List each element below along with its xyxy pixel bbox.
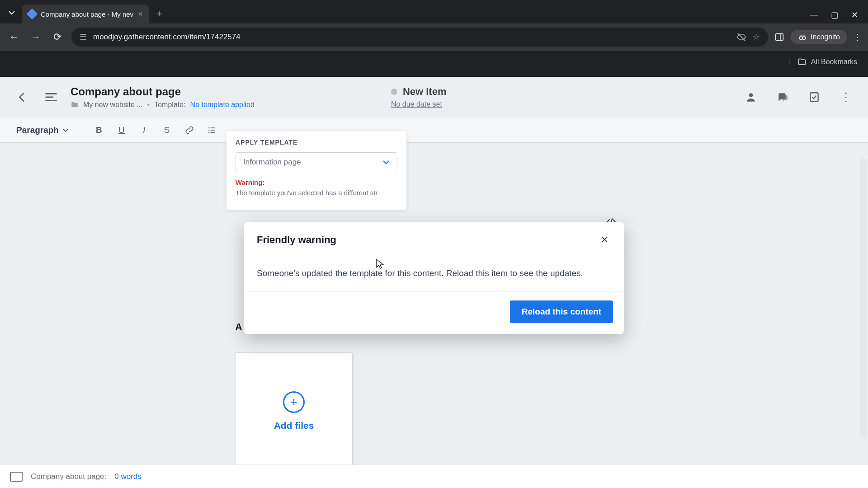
footer-bar: Company about page: 0 words: [0, 465, 868, 488]
chevron-down-icon: [8, 9, 15, 16]
separator: |: [788, 58, 793, 66]
keyboard-icon[interactable]: [10, 472, 23, 482]
app-content: Company about page My new website ... • …: [0, 77, 868, 488]
browser-chrome: Company about page - My nev × + — ▢ ✕ ← …: [0, 0, 868, 77]
close-tab-icon[interactable]: ×: [138, 9, 143, 19]
minimize-icon[interactable]: —: [810, 10, 818, 20]
search-tabs-button[interactable]: [4, 5, 20, 21]
friendly-warning-modal: Friendly warning ✕ Someone's updated the…: [244, 222, 624, 334]
tab-title: Company about page - My nev: [41, 10, 133, 18]
modal-close-button[interactable]: ✕: [598, 233, 611, 247]
maximize-icon[interactable]: ▢: [831, 10, 839, 20]
incognito-icon: [798, 33, 807, 42]
incognito-label: Incognito: [811, 33, 840, 41]
url-text: moodjoy.gathercontent.com/item/17422574: [93, 33, 730, 42]
modal-footer: Reload this content: [244, 291, 624, 334]
word-count: 0 words: [114, 472, 142, 481]
close-window-icon[interactable]: ✕: [851, 10, 858, 20]
site-settings-icon[interactable]: ☰: [80, 32, 87, 42]
address-bar[interactable]: ☰ moodjoy.gathercontent.com/item/1742257…: [71, 28, 768, 47]
svg-point-2: [799, 37, 802, 40]
tab-strip: Company about page - My nev × + — ▢ ✕: [0, 0, 868, 23]
favicon-icon: [26, 8, 38, 19]
new-tab-button[interactable]: +: [149, 5, 170, 23]
star-icon[interactable]: ☆: [753, 32, 760, 42]
forward-button[interactable]: →: [28, 29, 43, 45]
scrollbar[interactable]: [860, 158, 867, 438]
back-button[interactable]: ←: [6, 29, 22, 45]
modal-title: Friendly warning: [257, 234, 336, 246]
incognito-chip[interactable]: Incognito: [791, 30, 847, 44]
eye-off-icon[interactable]: [736, 32, 746, 42]
side-panel-icon[interactable]: [774, 32, 784, 42]
address-bar-row: ← → ⟳ ☰ moodjoy.gathercontent.com/item/1…: [0, 23, 868, 51]
kebab-menu-icon[interactable]: ⋮: [854, 32, 862, 42]
footer-label: Company about page:: [31, 472, 106, 481]
svg-point-3: [802, 37, 806, 40]
modal-header: Friendly warning ✕: [244, 222, 624, 256]
window-controls: — ▢ ✕: [810, 10, 868, 23]
modal-body: Someone's updated the template for this …: [244, 256, 624, 291]
all-bookmarks-button[interactable]: All Bookmarks: [811, 58, 857, 66]
svg-rect-0: [776, 34, 783, 41]
folder-icon: [797, 57, 807, 66]
bookmarks-bar: | All Bookmarks: [0, 51, 868, 72]
browser-tab[interactable]: Company about page - My nev ×: [22, 5, 149, 23]
reload-content-button[interactable]: Reload this content: [510, 300, 613, 323]
reload-button[interactable]: ⟳: [50, 29, 65, 45]
